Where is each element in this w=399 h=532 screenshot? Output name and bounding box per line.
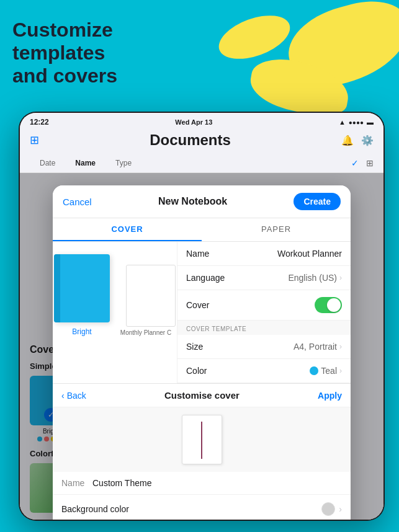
sort-date-button[interactable]: Date (30, 156, 65, 170)
cover-label: Cover (186, 300, 209, 310)
cancel-button[interactable]: Cancel (63, 197, 92, 207)
paper-label: Monthly Planner C (120, 329, 171, 336)
language-row[interactable]: Language English (US) › (177, 266, 351, 290)
notebook-modal: Cancel New Notebook Create COVER PAPER (53, 185, 351, 520)
color-label: Color (186, 366, 207, 376)
headline: Customize templates and covers (12, 19, 199, 87)
customise-name-value: Custom Theme (92, 478, 151, 488)
bell-icon[interactable]: 🔔 (341, 135, 354, 146)
battery-icon: ▬ (367, 118, 374, 126)
status-date: Wed Apr 13 (175, 118, 212, 126)
status-time: 12:22 (30, 118, 49, 126)
cover-label-bright: Bright (72, 327, 91, 336)
modal-header: Cancel New Notebook Create (53, 185, 351, 218)
settings-section: Name Workout Planner Language English (U… (177, 242, 351, 383)
modal-title: New Notebook (158, 196, 227, 207)
headline-line1: Customize templates (12, 19, 199, 64)
page-title: Documents (150, 131, 231, 149)
name-row: Name Workout Planner (177, 242, 351, 266)
cover-thumb-line (201, 422, 202, 459)
sort-type-button[interactable]: Type (105, 156, 141, 170)
modal-overlay: Cancel New Notebook Create COVER PAPER (20, 173, 383, 520)
content-area: Cover Templates Simple ✓ Bright +5 (20, 173, 383, 520)
notebook-icon: ⊞ (30, 133, 39, 147)
language-text: English (US) (288, 273, 337, 283)
size-row[interactable]: Size A4, Portrait › (177, 335, 351, 359)
bg-color-chevron-icon: › (339, 504, 342, 514)
ipad-screen: 12:22 Wed Apr 13 ▲ ●●●● ▬ ⊞ Documents 🔔 … (20, 113, 383, 520)
status-bar: 12:22 Wed Apr 13 ▲ ●●●● ▬ (20, 113, 383, 129)
color-text: Teal (321, 366, 337, 376)
name-label: Name (186, 249, 209, 259)
customise-name-label: Name (61, 478, 92, 488)
color-value: Teal › (310, 366, 342, 376)
language-label: Language (186, 273, 225, 283)
signal-icon: ●●●● (349, 119, 364, 126)
language-chevron-icon: › (339, 273, 342, 282)
cover-template-header: COVER TEMPLATE (177, 321, 351, 335)
bg-color-row[interactable]: Background color › (53, 495, 351, 520)
create-button[interactable]: Create (294, 193, 341, 210)
headline-line2: and covers (12, 64, 199, 87)
cover-row: Cover (177, 290, 351, 321)
back-chevron-icon: ‹ (61, 391, 65, 401)
gear-icon[interactable]: ⚙️ (361, 135, 374, 146)
name-value: Workout Planner (277, 249, 342, 259)
customise-title: Customise cover (164, 390, 240, 401)
cover-thumb (182, 415, 222, 464)
size-text: A4, Portrait (294, 342, 337, 352)
modal-tabs: COVER PAPER (53, 218, 351, 242)
teal-color-dot (310, 366, 318, 375)
status-icons: ▲ ●●●● ▬ (339, 118, 374, 126)
cover-thumb-area (53, 407, 351, 472)
paper-preview (126, 265, 176, 327)
size-value: A4, Portrait › (294, 342, 342, 352)
top-bar-actions: 🔔 ⚙️ (341, 135, 374, 146)
customise-settings: Name Custom Theme Background color › (53, 472, 351, 520)
tab-paper[interactable]: PAPER (202, 218, 351, 241)
size-label: Size (186, 342, 203, 352)
tab-cover[interactable]: COVER (53, 218, 202, 241)
cover-section: Bright Monthly Planner C (53, 242, 177, 383)
back-button[interactable]: ‹ Back (61, 391, 86, 401)
cover-preview-bright (54, 254, 110, 322)
back-label: Back (67, 391, 86, 401)
sort-name-button[interactable]: Name (65, 156, 105, 170)
check-icon: ✓ (351, 158, 359, 168)
sort-bar: Date Name Type ✓ ⊞ (20, 154, 383, 173)
color-row[interactable]: Color Teal › (177, 359, 351, 383)
grid-icon[interactable]: ⊞ (366, 158, 374, 168)
top-bar: ⊞ Documents 🔔 ⚙️ (20, 129, 383, 154)
bg-color-control: › (321, 502, 342, 516)
toggle-knob (327, 298, 341, 312)
covers-row: Bright Monthly Planner C (54, 249, 176, 341)
apply-button[interactable]: Apply (318, 391, 342, 401)
language-value: English (US) › (288, 273, 342, 283)
customise-panel: ‹ Back Customise cover Apply (53, 383, 351, 520)
color-chevron-icon: › (339, 366, 342, 375)
ipad-frame: 12:22 Wed Apr 13 ▲ ●●●● ▬ ⊞ Documents 🔔 … (19, 112, 385, 521)
modal-body: Bright Monthly Planner C N (53, 242, 351, 383)
size-chevron-icon: › (339, 342, 342, 351)
customise-name-row: Name Custom Theme (53, 472, 351, 495)
bg-color-circle (321, 502, 335, 516)
wifi-icon: ▲ (339, 118, 346, 126)
customise-header: ‹ Back Customise cover Apply (53, 384, 351, 407)
cover-toggle[interactable] (315, 297, 342, 313)
bg-color-label: Background color (61, 504, 129, 514)
cover-spine (54, 254, 60, 322)
